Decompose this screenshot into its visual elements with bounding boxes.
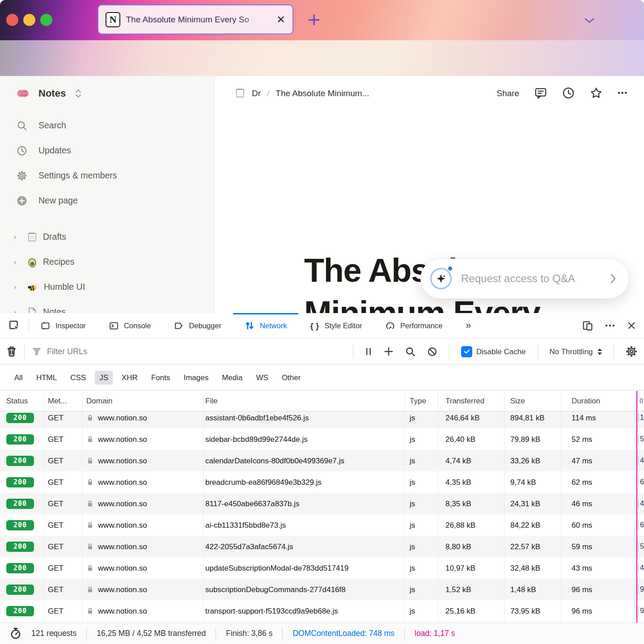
favorite-star-icon[interactable]: [590, 87, 602, 99]
col-type[interactable]: Type: [405, 391, 438, 411]
breadcrumb-current[interactable]: The Absolute Minimum...: [275, 89, 369, 97]
lock-icon: [86, 478, 94, 487]
window-zoom-button[interactable]: [40, 14, 52, 26]
qa-access-pill[interactable]: Request access to Q&A: [420, 258, 629, 299]
responsive-design-icon[interactable]: [582, 320, 593, 331]
col-method[interactable]: Met...: [44, 391, 83, 411]
filter-chip-html[interactable]: HTML: [32, 371, 61, 385]
col-transferred[interactable]: Transferred: [438, 391, 504, 411]
breadcrumb-parent[interactable]: Dr: [252, 89, 261, 97]
browser-tab[interactable]: N The Absolute Minimum Every So ✕: [97, 4, 293, 34]
window-close-button[interactable]: [6, 14, 18, 26]
request-file: 422-2055d7a3afac5674.js: [203, 536, 405, 557]
network-request-row[interactable]: 200 GET www.notion.so transport-support-…: [0, 600, 644, 622]
chevron-right-icon[interactable]: ›: [13, 284, 21, 291]
col-duration[interactable]: Duration: [561, 391, 635, 411]
request-domain: www.notion.so: [98, 479, 147, 486]
request-type: js: [405, 557, 438, 579]
sidebar-item-new-page[interactable]: New page: [16, 195, 78, 206]
filter-chip-other[interactable]: Other: [277, 371, 305, 385]
filter-chip-xhr[interactable]: XHR: [117, 371, 142, 385]
sidebar-item-updates[interactable]: Updates: [16, 145, 71, 156]
tab-overflow-chevron-icon[interactable]: [583, 16, 596, 25]
devtools-tab-debugger[interactable]: Debugger: [162, 313, 233, 338]
sidebar-item-settings[interactable]: Settings & members: [16, 170, 117, 181]
braces-icon: { }: [310, 322, 319, 330]
request-transferred: 26,88 kB: [438, 514, 504, 536]
add-request-plus-icon[interactable]: [384, 347, 394, 356]
disable-cache-checkbox[interactable]: [461, 346, 472, 357]
sidebar-page-recipes[interactable]: › Recipes: [13, 257, 74, 267]
share-button[interactable]: Share: [496, 89, 519, 97]
network-request-row[interactable]: 200 GET www.notion.so calendarDateIcons-…: [0, 450, 644, 471]
network-request-row[interactable]: 200 GET www.notion.so breadcrumb-ea86f96…: [0, 471, 644, 493]
window-minimize-button[interactable]: [23, 14, 35, 26]
network-request-row[interactable]: 200 GET www.notion.so 8117-e450abe6637a8…: [0, 493, 644, 514]
waterfall-bar: [638, 585, 639, 594]
network-request-row[interactable]: 200 GET www.notion.so 422-2055d7a3afac56…: [0, 536, 644, 557]
throttling-dropdown[interactable]: No Throttling: [550, 348, 602, 356]
devtools-close-icon[interactable]: [627, 321, 636, 330]
devtools-tabbar: Inspector Console Debugger Network { } S…: [0, 313, 644, 339]
sidebar-item-search[interactable]: Search: [16, 120, 66, 131]
devtools-tab-network[interactable]: Network: [233, 313, 299, 338]
filter-chip-css[interactable]: CSS: [66, 371, 90, 385]
request-method: GET: [44, 557, 83, 579]
devtools-meatball-menu-icon[interactable]: [605, 324, 615, 327]
network-request-row[interactable]: 200 GET www.notion.so assistant-0b6adbf1…: [0, 411, 644, 428]
chevron-right-icon[interactable]: ›: [13, 258, 21, 266]
more-tabs-chevrons[interactable]: »: [454, 313, 483, 338]
lock-icon: [86, 435, 94, 444]
col-domain[interactable]: Domain: [83, 391, 203, 411]
filter-chip-media[interactable]: Media: [217, 371, 247, 385]
sidebar-page-drafts[interactable]: › Drafts: [13, 232, 66, 242]
tab-close-icon[interactable]: ✕: [276, 14, 285, 25]
more-options-icon[interactable]: •••: [618, 89, 628, 97]
request-duration: 46 ms: [561, 493, 635, 514]
stopwatch-icon[interactable]: [10, 627, 21, 640]
network-request-row[interactable]: 200 GET www.notion.so sidebar-bcbd89d99e…: [0, 428, 644, 450]
filter-chip-js[interactable]: JS: [95, 371, 113, 385]
pick-element-icon[interactable]: [0, 313, 29, 338]
comments-icon[interactable]: [534, 87, 547, 99]
col-file[interactable]: File: [203, 391, 405, 411]
search-requests-icon[interactable]: [405, 347, 415, 357]
network-settings-gear-icon[interactable]: [626, 346, 637, 357]
devtools-tab-inspector[interactable]: Inspector: [29, 313, 97, 338]
request-file: updateSubscriptionModal-de783dd517419: [203, 557, 405, 579]
filter-urls-input[interactable]: [47, 347, 271, 356]
gear-icon: [16, 170, 28, 181]
load-time[interactable]: load: 1,17 s: [415, 630, 455, 638]
pause-recording-icon[interactable]: [365, 347, 372, 356]
lock-icon: [86, 542, 94, 551]
block-requests-icon[interactable]: [427, 347, 437, 357]
request-duration: 43 ms: [561, 557, 635, 579]
clear-requests-trash-icon[interactable]: [6, 346, 17, 357]
request-method: GET: [44, 450, 83, 471]
filter-chip-images[interactable]: Images: [179, 371, 213, 385]
network-request-row[interactable]: 200 GET www.notion.so subscriptionDebugC…: [0, 579, 644, 600]
filter-chip-all[interactable]: All: [10, 371, 27, 385]
chevron-right-icon[interactable]: ›: [13, 233, 21, 241]
sidebar-page-notes[interactable]: › Notes: [13, 307, 66, 313]
performance-gauge-icon: [386, 321, 395, 330]
filter-chip-ws[interactable]: WS: [252, 371, 273, 385]
col-status[interactable]: Status: [0, 391, 44, 411]
chevron-right-icon[interactable]: ›: [13, 309, 21, 314]
disable-cache-control[interactable]: Disable Cache: [461, 346, 526, 357]
new-tab-button[interactable]: +: [307, 11, 321, 28]
network-request-row[interactable]: 200 GET www.notion.so ai-cb11331f5bbd8e7…: [0, 514, 644, 536]
history-clock-icon[interactable]: [562, 87, 575, 99]
request-duration: 62 ms: [561, 471, 635, 493]
filter-urls-field[interactable]: [32, 347, 282, 356]
domcontentloaded-time[interactable]: DOMContentLoaded: 748 ms: [292, 630, 394, 638]
breadcrumb-separator: /: [267, 89, 269, 97]
devtools-tab-style-editor[interactable]: { } Style Editor: [298, 313, 373, 338]
devtools-tab-performance[interactable]: Performance: [374, 313, 454, 338]
sidebar-page-humble-ui[interactable]: › Humble UI: [13, 282, 85, 292]
col-size[interactable]: Size: [504, 391, 561, 411]
network-request-row[interactable]: 200 GET www.notion.so updateSubscription…: [0, 557, 644, 579]
filter-chip-fonts[interactable]: Fonts: [147, 371, 175, 385]
workspace-switcher[interactable]: Notes: [16, 88, 82, 99]
devtools-tab-console[interactable]: Console: [97, 313, 163, 338]
